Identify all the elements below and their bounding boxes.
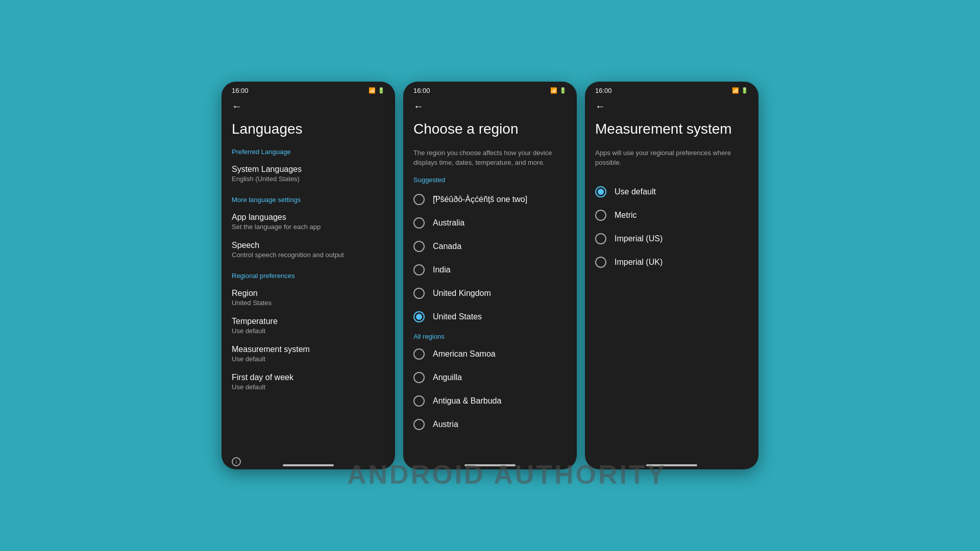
screen-wrapper-1: Languages Preferred Language System Lang…: [222, 114, 395, 469]
phone-measurement: 16:00 📶 🔋 ← Measurement system Apps will…: [585, 82, 758, 469]
pseudo-item[interactable]: [Ƥŝéûðō-Àçćéñţš one two]: [413, 188, 567, 211]
imperial-uk-item[interactable]: Imperial (UK): [595, 251, 748, 274]
metric-label: Metric: [615, 211, 637, 220]
scroll-area-2: Choose a region The region you choose af…: [403, 114, 577, 451]
use-default-item[interactable]: Use default: [595, 180, 748, 204]
metric-item[interactable]: Metric: [595, 204, 748, 227]
battery-icon-2: 🔋: [559, 87, 567, 94]
uk-radio[interactable]: [413, 288, 425, 299]
speech-item[interactable]: Speech Control speech recognition and ou…: [232, 236, 385, 264]
system-languages-title: System Languages: [232, 165, 385, 174]
back-button-2[interactable]: ←: [403, 96, 577, 114]
wifi-icon-1: 📶: [369, 87, 376, 94]
phone-languages: 16:00 📶 🔋 ← Languages Preferred Language…: [222, 82, 395, 469]
battery-icon-1: 🔋: [378, 87, 385, 94]
use-default-label: Use default: [615, 187, 656, 196]
region-title: Region: [232, 289, 385, 298]
system-languages-item[interactable]: System Languages English (United States): [232, 160, 385, 188]
first-day-subtitle: Use default: [232, 383, 385, 391]
antigua-radio[interactable]: [413, 395, 425, 407]
first-day-item[interactable]: First day of week Use default: [232, 368, 385, 396]
speech-title: Speech: [232, 241, 385, 250]
measurement-item[interactable]: Measurement system Use default: [232, 340, 385, 368]
scroll-area-3: Measurement system Apps will use your re…: [585, 114, 758, 451]
australia-item[interactable]: Australia: [413, 211, 567, 235]
temperature-subtitle: Use default: [232, 327, 385, 335]
battery-icon-3: 🔋: [741, 87, 748, 94]
back-button-1[interactable]: ←: [222, 96, 395, 114]
imperial-us-radio[interactable]: [595, 233, 606, 244]
anguilla-item[interactable]: Anguilla: [413, 366, 567, 389]
imperial-us-item[interactable]: Imperial (US): [595, 227, 748, 251]
languages-content: Languages Preferred Language System Lang…: [222, 114, 395, 396]
american-samoa-item[interactable]: American Samoa: [413, 342, 567, 366]
india-item[interactable]: India: [413, 258, 567, 282]
suggested-label: Suggested: [413, 176, 567, 184]
us-radio[interactable]: [413, 311, 425, 322]
canada-radio[interactable]: [413, 241, 425, 252]
anguilla-radio[interactable]: [413, 372, 425, 383]
wifi-icon-3: 📶: [732, 87, 739, 94]
austria-label: Austria: [433, 420, 458, 429]
australia-radio[interactable]: [413, 217, 425, 229]
us-label: United States: [433, 312, 482, 321]
antigua-item[interactable]: Antigua & Barbuda: [413, 389, 567, 413]
temperature-title: Temperature: [232, 317, 385, 326]
australia-label: Australia: [433, 218, 464, 228]
first-day-title: First day of week: [232, 373, 385, 382]
pseudo-radio[interactable]: [413, 194, 425, 205]
american-samoa-radio[interactable]: [413, 348, 425, 360]
app-languages-item[interactable]: App languages Set the language for each …: [232, 208, 385, 236]
imperial-uk-label: Imperial (UK): [615, 258, 663, 267]
status-icons-3: 📶 🔋: [732, 87, 748, 94]
region-item[interactable]: Region United States: [232, 284, 385, 312]
region-content: Choose a region The region you choose af…: [403, 114, 577, 436]
system-languages-subtitle: English (United States): [232, 175, 385, 183]
antigua-label: Antigua & Barbuda: [433, 396, 501, 406]
regional-prefs-label: Regional preferences: [232, 272, 385, 280]
info-icon-1[interactable]: i: [232, 457, 241, 466]
uk-item[interactable]: United Kingdom: [413, 282, 567, 305]
temperature-item[interactable]: Temperature Use default: [232, 312, 385, 340]
home-indicator-1: [283, 464, 334, 466]
languages-title: Languages: [232, 120, 385, 138]
pseudo-label: [Ƥŝéûðō-Àçćéñţš one two]: [433, 194, 527, 204]
anguilla-label: Anguilla: [433, 373, 462, 382]
region-title-heading: Choose a region: [413, 120, 567, 138]
uk-label: United Kingdom: [433, 289, 491, 298]
measurement-description: Apps will use your regional preferences …: [595, 148, 748, 168]
phone-container: 16:00 📶 🔋 ← Languages Preferred Language…: [217, 82, 763, 469]
status-bar-3: 16:00 📶 🔋: [585, 82, 758, 96]
measurement-title: Measurement system: [232, 345, 385, 354]
screen-wrapper-2: Choose a region The region you choose af…: [403, 114, 577, 469]
speech-subtitle: Control speech recognition and output: [232, 251, 385, 259]
metric-radio[interactable]: [595, 210, 606, 221]
us-item[interactable]: United States: [413, 305, 567, 329]
austria-item[interactable]: Austria: [413, 413, 567, 436]
all-regions-label: All regions: [413, 333, 567, 340]
time-3: 16:00: [595, 87, 612, 94]
home-indicator-2: [464, 464, 516, 466]
imperial-uk-radio[interactable]: [595, 257, 606, 268]
canada-label: Canada: [433, 242, 461, 251]
india-radio[interactable]: [413, 264, 425, 276]
india-label: India: [433, 265, 451, 274]
phone-region: 16:00 📶 🔋 ← Choose a region The region y…: [403, 82, 577, 469]
home-indicator-3: [646, 464, 697, 466]
time-1: 16:00: [232, 87, 249, 94]
use-default-radio[interactable]: [595, 186, 606, 197]
canada-item[interactable]: Canada: [413, 235, 567, 258]
status-bar-2: 16:00 📶 🔋: [403, 82, 577, 96]
imperial-us-label: Imperial (US): [615, 234, 663, 243]
preferred-language-label: Preferred Language: [232, 148, 385, 156]
scroll-area-1: Languages Preferred Language System Lang…: [222, 114, 395, 444]
measurement-subtitle: Use default: [232, 355, 385, 363]
region-description: The region you choose affects how your d…: [413, 148, 567, 168]
status-bar-1: 16:00 📶 🔋: [222, 82, 395, 96]
back-button-3[interactable]: ←: [585, 96, 758, 114]
status-icons-2: 📶 🔋: [550, 87, 567, 94]
app-languages-subtitle: Set the language for each app: [232, 223, 385, 231]
time-2: 16:00: [413, 87, 430, 94]
austria-radio[interactable]: [413, 419, 425, 430]
more-language-label[interactable]: More language settings: [232, 196, 385, 204]
